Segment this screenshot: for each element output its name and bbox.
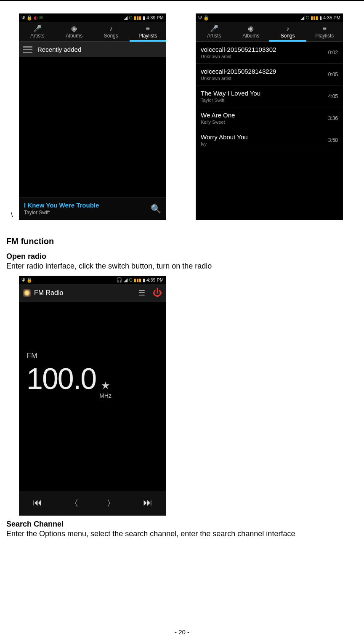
clock-text: 4:39 PM [146, 277, 164, 282]
fm-controls: ⏮ 〈 〉 ⏭ [19, 491, 166, 516]
recently-added-label: Recently added [37, 46, 81, 53]
heading-open-radio: Open radio [6, 252, 358, 261]
song-duration: 3:36 [328, 115, 338, 121]
song-duration: 4:05 [328, 93, 338, 99]
text-open-radio: Enter radio interface, click the switch … [6, 262, 358, 271]
next-channel-button[interactable]: ⏭ [130, 491, 167, 516]
now-playing-bar[interactable]: I Knew You Were Trouble Taylor Swift 🔍 [19, 197, 166, 220]
headphone-icon: 🎧 [116, 277, 122, 283]
power-icon[interactable]: ⏻ [153, 287, 162, 298]
tab-albums[interactable]: ◉Albums [233, 22, 270, 41]
tab-playlists[interactable]: ≡Playlists [130, 22, 167, 41]
song-title: voicecall-20150528143229 [201, 68, 276, 75]
page-number: - 20 - [0, 628, 364, 636]
network-g: G [129, 277, 133, 282]
lock-icon: 🔒 [27, 277, 32, 283]
note-icon: ♪ [93, 24, 130, 33]
channel-list-icon[interactable]: ☰ [138, 288, 145, 298]
tab-songs[interactable]: ♪Songs [93, 22, 130, 41]
fm-unit: MHz [99, 392, 112, 399]
stray-backslash: \ [11, 211, 13, 219]
disc-icon: ◉ [233, 24, 270, 33]
song-duration: 0:05 [328, 72, 338, 77]
clock-text: 4:35 PM [323, 15, 340, 20]
prev-channel-button[interactable]: ⏮ [19, 491, 56, 516]
song-row[interactable]: We Are OneKelly Sweet3:36 [196, 107, 343, 129]
fm-toolbar: FM Radio ☰ ⏻ [19, 284, 166, 302]
list-icon: ≡ [130, 24, 167, 33]
radio-app-icon [23, 289, 31, 297]
battery-icon: ▮ [143, 15, 145, 21]
usb-icon: Ψ [21, 277, 25, 282]
music-tabs: 🎤Artists ◉Albums ♪Songs ≡Playlists [196, 22, 343, 42]
music-tabs: 🎤Artists ◉Albums ♪Songs ≡Playlists [19, 22, 166, 42]
status-bar: Ψ 🔒 ◐ ✉ ◢ G ▮▮▮ ▮ 4:39 PM [19, 13, 166, 22]
fm-frequency: 100.0 [27, 362, 96, 396]
mail-icon: ✉ [39, 15, 43, 21]
song-artist: Unknown artist [201, 54, 276, 59]
song-artist: Taylor Swift [201, 98, 260, 103]
sync-icon: ◐ [34, 15, 38, 21]
wifi-icon: ◢ [124, 15, 128, 21]
signal-icon: ▮▮▮ [134, 15, 141, 21]
battery-icon: ▮ [143, 277, 145, 283]
recently-added-item[interactable]: Recently added [19, 42, 166, 57]
tab-songs[interactable]: ♪Songs [269, 22, 306, 41]
screenshot-playlists: Ψ 🔒 ◐ ✉ ◢ G ▮▮▮ ▮ 4:39 PM 🎤Artists ◉Albu… [19, 13, 166, 220]
tab-albums[interactable]: ◉Albums [56, 22, 93, 41]
tab-artists[interactable]: 🎤Artists [19, 22, 56, 41]
heading-search-channel: Search Channel [6, 520, 358, 529]
seek-back-button[interactable]: 〈 [56, 491, 93, 516]
mic-icon: 🎤 [196, 24, 233, 33]
song-title: Worry About You [201, 133, 247, 141]
song-artist: Kelly Sweet [201, 120, 235, 125]
favorite-star-icon[interactable]: ★ [101, 380, 110, 391]
song-title: The Way I Loved You [201, 90, 260, 97]
now-playing-title: I Knew You Were Trouble [24, 202, 99, 209]
wifi-icon: ◢ [300, 15, 304, 21]
status-bar: Ψ 🔒 ◢ G ▮▮▮ ▮ 4:35 PM [196, 13, 343, 22]
list-icon: ≡ [306, 24, 343, 33]
network-g: G [306, 15, 309, 20]
battery-icon: ▮ [319, 15, 322, 21]
tab-artists[interactable]: 🎤Artists [196, 22, 233, 41]
song-list: voicecall-20150521103302Unknown artist0:… [196, 42, 343, 151]
heading-fm-function: FM function [6, 237, 358, 246]
now-playing-artist: Taylor Swift [24, 210, 99, 216]
playlist-icon [23, 46, 32, 53]
signal-icon: ▮▮▮ [134, 277, 141, 283]
song-artist: Unknown artist [201, 76, 276, 81]
signal-icon: ▮▮▮ [311, 15, 318, 21]
song-artist: Ivy [201, 141, 247, 146]
song-duration: 3:58 [328, 137, 338, 143]
song-title: voicecall-20150521103302 [201, 46, 276, 53]
seek-forward-button[interactable]: 〉 [93, 491, 130, 516]
fm-label: FM [27, 351, 159, 360]
usb-icon: Ψ [21, 15, 25, 20]
network-g: G [129, 15, 133, 20]
song-row[interactable]: The Way I Loved YouTaylor Swift4:05 [196, 85, 343, 107]
status-bar: Ψ 🔒 🎧 ◢ G ▮▮▮ ▮ 4:39 PM [19, 276, 166, 284]
wifi-icon: ◢ [124, 277, 128, 283]
clock-text: 4:39 PM [146, 15, 164, 20]
note-icon: ♪ [269, 24, 306, 33]
disc-icon: ◉ [56, 24, 93, 33]
tab-playlists[interactable]: ≡Playlists [306, 22, 343, 41]
mic-icon: 🎤 [19, 24, 56, 33]
fm-title-text: FM Radio [34, 289, 63, 297]
screenshot-songs: Ψ 🔒 ◢ G ▮▮▮ ▮ 4:35 PM 🎤Artists ◉Albums ♪… [196, 13, 343, 220]
search-icon[interactable]: 🔍 [151, 204, 161, 214]
song-row[interactable]: voicecall-20150521103302Unknown artist0:… [196, 42, 343, 64]
lock-icon: 🔒 [27, 15, 32, 21]
fm-display: FM 100.0 ★ MHz [19, 351, 166, 402]
lock-icon: 🔒 [203, 15, 209, 21]
usb-icon: Ψ [198, 15, 202, 20]
song-row[interactable]: Worry About YouIvy3:58 [196, 129, 343, 151]
screenshot-fm-radio: Ψ 🔒 🎧 ◢ G ▮▮▮ ▮ 4:39 PM FM Radio ☰ ⏻ [19, 276, 166, 516]
song-title: We Are One [201, 112, 235, 119]
song-row[interactable]: voicecall-20150528143229Unknown artist0:… [196, 64, 343, 85]
text-search-channel: Enter the Options menu, select the searc… [6, 530, 358, 538]
song-duration: 0:02 [328, 50, 338, 56]
